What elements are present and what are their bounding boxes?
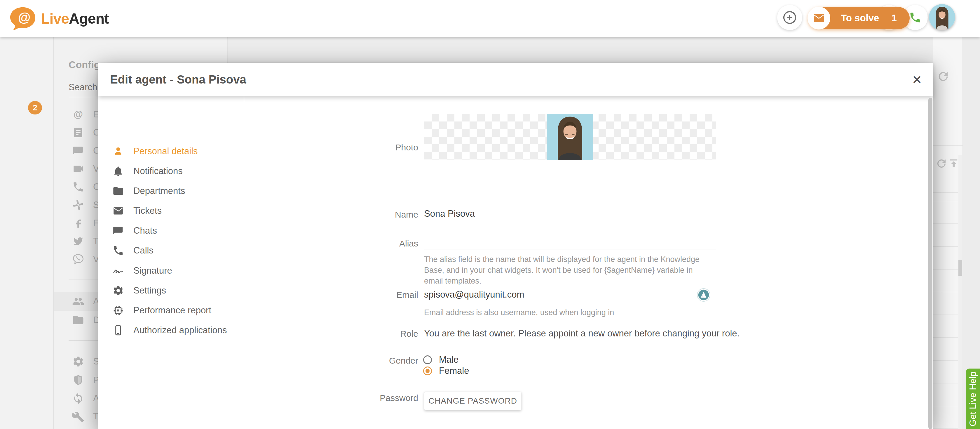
logo-bubble-icon: @ — [9, 6, 37, 31]
liveagent-app: @ LiveAgent To solve 1 30% 2 — [0, 0, 980, 429]
upload-icon[interactable] — [948, 158, 960, 170]
table-row-line — [933, 269, 958, 270]
tab-departments[interactable]: Departments — [99, 181, 243, 201]
user-avatar[interactable] — [929, 4, 955, 30]
modal-nav: Personal details Notifications Departmen… — [99, 96, 244, 429]
background-scrollbar-track[interactable] — [958, 155, 962, 429]
gender-label: Gender — [266, 356, 418, 366]
alias-input-underline[interactable] — [424, 249, 716, 249]
gender-option-male[interactable]: Male — [423, 354, 458, 365]
name-input[interactable]: Sona Pisova — [424, 209, 475, 219]
at-icon: @ — [72, 108, 84, 121]
to-solve-count: 1 — [891, 13, 897, 24]
background-scrollbar-thumb[interactable] — [958, 260, 962, 276]
person-icon — [112, 145, 124, 157]
role-label: Role — [266, 329, 418, 339]
svg-text:@: @ — [18, 10, 31, 24]
tab-authorized-applications[interactable]: Authorized applications — [99, 321, 243, 340]
tab-tickets[interactable]: Tickets — [99, 201, 243, 221]
sync-icon — [72, 392, 84, 405]
table-row-line — [933, 246, 958, 247]
email-help-text: Email address is also username, used whe… — [424, 307, 713, 318]
tab-chats[interactable]: Chats — [99, 221, 243, 241]
table-row-line — [933, 314, 958, 315]
tickets-badge: 2 — [28, 101, 42, 115]
chat-bubble-icon — [112, 225, 124, 236]
personal-details-form: Photo Name Sona Pisova Alias The alias f… — [244, 96, 932, 429]
name-label: Name — [266, 210, 418, 220]
to-solve-label: To solve — [841, 13, 879, 24]
modal-scrollbar[interactable] — [928, 98, 932, 429]
bell-icon — [112, 165, 124, 177]
radio-female[interactable] — [423, 367, 432, 375]
people-icon — [72, 295, 84, 308]
tab-notifications[interactable]: Notifications — [99, 161, 243, 181]
plus-circle-icon — [781, 10, 798, 26]
liveagent-logo[interactable]: @ LiveAgent — [9, 5, 172, 33]
gravatar-icon — [697, 288, 710, 302]
videocam-icon — [72, 163, 84, 175]
change-password-button[interactable]: CHANGE PASSWORD — [424, 392, 522, 410]
role-message: You are the last owner. Please appoint a… — [424, 328, 740, 339]
modal-header: Edit agent - Sona Pisova ✕ — [99, 63, 933, 96]
phone-icon — [72, 181, 84, 193]
refresh-icon[interactable] — [937, 70, 950, 83]
wrench-icon — [72, 410, 84, 423]
table-row-line — [933, 192, 958, 193]
radio-male[interactable] — [423, 356, 432, 364]
agent-photo — [547, 114, 593, 160]
table-row-line — [933, 223, 958, 224]
tab-settings[interactable]: Settings — [99, 281, 243, 300]
table-row-line — [933, 201, 958, 201]
tab-performance-report[interactable]: Performance report — [99, 300, 243, 321]
chip-icon — [112, 305, 124, 316]
panel-divider — [933, 145, 963, 146]
tab-personal-details[interactable]: Personal details — [99, 141, 243, 161]
email-label: Email — [266, 290, 418, 300]
get-live-help-label: Get Live Help — [968, 372, 978, 426]
logo-wordmark: LiveAgent — [41, 10, 109, 27]
photo-label: Photo — [266, 142, 418, 152]
phone-icon — [909, 11, 922, 24]
tab-calls[interactable]: Calls — [99, 241, 243, 260]
signature-icon — [112, 265, 124, 277]
password-label: Password — [266, 393, 418, 403]
table-row-line — [933, 406, 958, 406]
chat-bubble-icon — [72, 145, 84, 157]
get-live-help-ribbon[interactable]: Get Live Help — [966, 368, 980, 429]
envelope-icon — [112, 205, 124, 217]
name-input-underline — [424, 224, 716, 224]
refresh-icon[interactable] — [935, 158, 948, 170]
twitter-icon — [72, 235, 84, 247]
gear-icon — [72, 356, 84, 368]
to-solve-button[interactable]: To solve 1 — [808, 7, 910, 29]
envelope-icon — [813, 12, 825, 24]
table-row-line — [933, 337, 958, 338]
email-input-underline — [424, 304, 716, 304]
mobile-icon — [112, 324, 124, 336]
document-icon — [72, 126, 84, 139]
table-row-line — [933, 383, 958, 383]
svg-text:@: @ — [73, 108, 83, 120]
tab-signature[interactable]: Signature — [99, 261, 243, 281]
alias-help-text: The alias field is the name that will be… — [424, 254, 713, 287]
modal-title: Edit agent - Sona Pisova — [110, 63, 246, 96]
top-header: @ LiveAgent To solve 1 — [0, 0, 980, 37]
gender-option-female[interactable]: Female — [423, 366, 469, 376]
viber-icon — [72, 253, 84, 265]
phone-icon — [112, 245, 124, 257]
to-solve-envelope-circle — [808, 7, 830, 29]
slack-icon — [72, 199, 84, 211]
folder-icon — [72, 314, 84, 326]
facebook-icon — [72, 217, 84, 229]
alias-label: Alias — [266, 239, 418, 249]
table-row-line — [933, 292, 958, 292]
close-icon[interactable]: ✕ — [908, 71, 926, 88]
gear-icon — [112, 285, 124, 297]
shield-icon — [72, 374, 84, 386]
main-sidebar — [0, 37, 54, 429]
table-row-line — [933, 360, 958, 360]
email-input[interactable]: spisova@qualityunit.com — [424, 289, 524, 300]
add-new-button[interactable] — [777, 5, 802, 30]
edit-agent-modal: Edit agent - Sona Pisova ✕ Personal deta… — [99, 63, 933, 429]
